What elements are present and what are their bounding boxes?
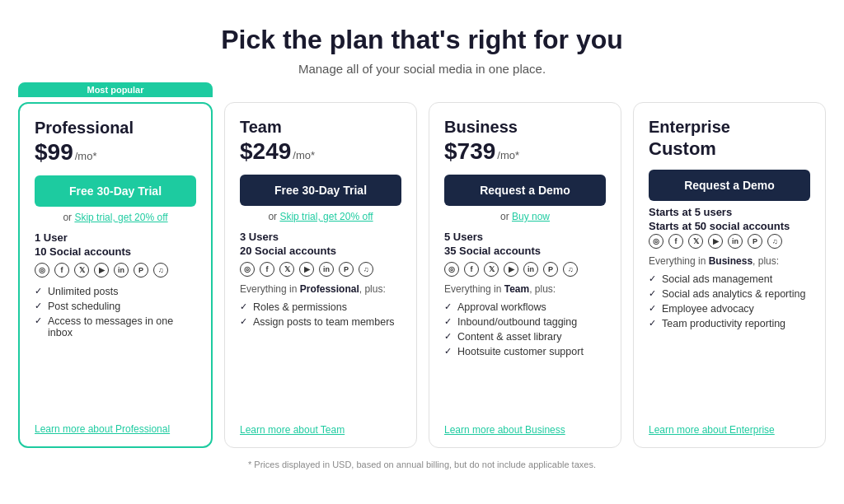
social-icon-p-team: P <box>339 262 354 277</box>
social-icon-yt-business: ▶ <box>504 262 518 277</box>
social-icons-professional: ◎f𝕏▶inP♫ <box>35 263 196 278</box>
feature-item: Content & asset library <box>444 329 606 344</box>
social-icon-t-business: 𝕏 <box>484 262 499 277</box>
social-icon-yt-professional: ▶ <box>94 263 109 278</box>
social-icon-in-team: in <box>319 262 334 277</box>
social-icon-yt-team: ▶ <box>299 262 314 277</box>
popular-badge: Most popular <box>18 82 213 97</box>
plan-users-team: 3 Users <box>240 231 401 243</box>
page-title: Pick the plan that's right for you <box>221 25 623 55</box>
feature-item: Roles & permissions <box>240 300 401 315</box>
feature-item: Inbound/outbound tagging <box>444 315 606 329</box>
learn-more-link-professional[interactable]: Learn more about Professional <box>35 423 170 435</box>
social-icon-yt-enterprise: ▶ <box>708 234 723 249</box>
feature-item: Team productivity reporting <box>649 316 810 331</box>
social-icon-t-professional: 𝕏 <box>74 263 89 278</box>
skip-link-anchor-team[interactable]: Skip trial, get 20% off <box>279 211 373 222</box>
social-icon-in-professional: in <box>114 263 129 278</box>
feature-item: Access to messages in one inbox <box>35 314 196 340</box>
feature-item: Social ads analytics & reporting <box>649 287 810 301</box>
plan-name-enterprise: Enterprise <box>649 118 810 137</box>
plan-name-business: Business <box>444 118 606 137</box>
plan-price-suffix-professional: /mo* <box>75 150 97 162</box>
social-icons-business: ◎f𝕏▶inP♫ <box>444 262 606 277</box>
plan-social-business: 35 Social accounts <box>444 245 606 257</box>
skip-link-business: or Buy now <box>444 211 606 222</box>
social-icon-f-professional: f <box>54 263 69 278</box>
skip-link-professional: or Skip trial, get 20% off <box>35 212 196 223</box>
social-icon-tk-business: ♫ <box>563 262 578 277</box>
social-icon-p-business: P <box>543 262 558 277</box>
plan-name-professional: Professional <box>35 119 196 138</box>
plan-users-professional: 1 User <box>35 231 196 244</box>
social-icon-p-enterprise: P <box>748 234 762 249</box>
learn-more-link-team[interactable]: Learn more about Team <box>240 424 345 436</box>
cta-button-professional[interactable]: Free 30-Day Trial <box>35 175 196 207</box>
cta-button-team[interactable]: Free 30-Day Trial <box>240 175 401 206</box>
social-icon-t-team: 𝕏 <box>279 262 294 277</box>
cta-button-business[interactable]: Request a Demo <box>444 175 606 206</box>
social-icon-ig-professional: ◎ <box>35 263 49 278</box>
page-header: Pick the plan that's right for you Manag… <box>221 25 623 96</box>
learn-more-team: Learn more about Team <box>240 416 401 436</box>
social-icon-tk-team: ♫ <box>359 262 373 277</box>
learn-more-professional: Learn more about Professional <box>35 415 196 435</box>
skip-link-team: or Skip trial, get 20% off <box>240 211 401 222</box>
social-icon-tk-professional: ♫ <box>153 263 168 278</box>
social-icon-in-enterprise: in <box>728 234 743 249</box>
features-list-business: Approval workflowsInbound/outbound taggi… <box>444 300 606 359</box>
enterprise-starts-social: Starts at 50 social accounts <box>649 220 810 232</box>
everything-text-team: Everything in Professional, plus: <box>240 283 401 295</box>
page-subtitle: Manage all of your social media in one p… <box>221 62 623 76</box>
feature-item: Assign posts to team members <box>240 315 401 329</box>
social-icon-t-enterprise: 𝕏 <box>688 234 703 249</box>
social-icon-ig-team: ◎ <box>240 262 255 277</box>
learn-more-link-enterprise[interactable]: Learn more about Enterprise <box>649 424 775 436</box>
social-icon-tk-enterprise: ♫ <box>767 234 782 249</box>
social-icon-in-business: in <box>523 262 538 277</box>
plan-card-team: Team$249/mo*Free 30-Day Trialor Skip tri… <box>224 102 417 448</box>
plan-social-professional: 10 Social accounts <box>35 245 196 258</box>
plan-users-business: 5 Users <box>444 231 606 243</box>
social-icons-team: ◎f𝕏▶inP♫ <box>240 262 401 277</box>
features-list-professional: Unlimited postsPost schedulingAccess to … <box>35 284 196 340</box>
skip-link-anchor-business[interactable]: Buy now <box>512 211 550 222</box>
plan-price-business: $739 <box>444 138 495 165</box>
plan-price-team: $249 <box>240 138 291 165</box>
social-icon-p-professional: P <box>134 263 148 278</box>
learn-more-link-business[interactable]: Learn more about Business <box>444 424 565 436</box>
feature-item: Social ads management <box>649 272 810 287</box>
learn-more-enterprise: Learn more about Enterprise <box>649 416 810 436</box>
features-list-enterprise: Social ads managementSocial ads analytic… <box>649 272 810 331</box>
social-icon-f-team: f <box>260 262 274 277</box>
feature-item: Employee advocacy <box>649 301 810 316</box>
plan-card-enterprise: EnterpriseCustomRequest a DemoStarts at … <box>633 102 826 448</box>
plan-card-professional: Most popularProfessional$99/mo*Free 30-D… <box>18 102 213 448</box>
feature-item: Post scheduling <box>35 299 196 314</box>
plan-card-business: Business$739/mo*Request a Demoor Buy now… <box>429 102 621 448</box>
plan-price-suffix-business: /mo* <box>497 149 519 161</box>
enterprise-starts-users: Starts at 5 users <box>649 206 810 218</box>
feature-item: Unlimited posts <box>35 284 196 299</box>
social-icon-ig-enterprise: ◎ <box>649 234 663 249</box>
social-icon-f-business: f <box>464 262 479 277</box>
feature-item: Approval workflows <box>444 300 606 315</box>
social-icon-ig-business: ◎ <box>444 262 459 277</box>
cta-button-enterprise[interactable]: Request a Demo <box>649 170 810 201</box>
plans-container: Most popularProfessional$99/mo*Free 30-D… <box>18 102 826 448</box>
feature-item: Hootsuite customer support <box>444 344 606 359</box>
plan-price-professional: $99 <box>35 139 73 166</box>
learn-more-business: Learn more about Business <box>444 416 606 436</box>
everything-text-business: Everything in Team, plus: <box>444 283 606 295</box>
everything-text-enterprise: Everything in Business, plus: <box>649 255 810 267</box>
plan-price-suffix-team: /mo* <box>293 149 315 161</box>
plan-social-team: 20 Social accounts <box>240 245 401 257</box>
social-icon-f-enterprise: f <box>668 234 683 249</box>
skip-link-anchor-professional[interactable]: Skip trial, get 20% off <box>74 212 167 223</box>
plan-price-enterprise: Custom <box>649 138 716 160</box>
plan-name-team: Team <box>240 118 401 137</box>
footer-note: * Prices displayed in USD, based on annu… <box>248 460 596 469</box>
features-list-team: Roles & permissionsAssign posts to team … <box>240 300 401 329</box>
social-icons-enterprise: ◎f𝕏▶inP♫ <box>649 234 810 249</box>
